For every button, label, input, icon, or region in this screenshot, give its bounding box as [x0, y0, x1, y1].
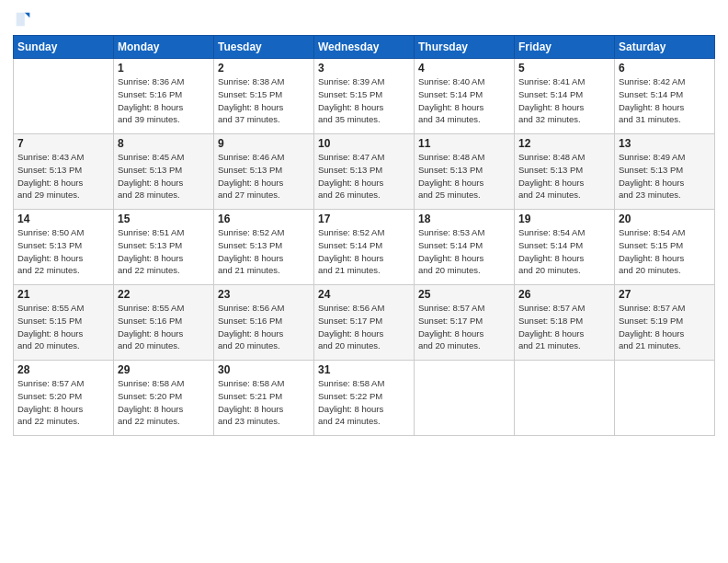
day-info: Sunrise: 8:51 AM Sunset: 5:13 PM Dayligh… [118, 226, 210, 277]
day-info: Sunrise: 8:57 AM Sunset: 5:19 PM Dayligh… [619, 302, 711, 352]
day-number: 2 [218, 62, 310, 75]
day-number: 26 [518, 288, 610, 301]
day-info: Sunrise: 8:39 AM Sunset: 5:15 PM Dayligh… [318, 75, 410, 126]
day-info: Sunrise: 8:53 AM Sunset: 5:14 PM Dayligh… [418, 226, 510, 277]
day-info: Sunrise: 8:48 AM Sunset: 5:13 PM Dayligh… [418, 151, 510, 201]
calendar-cell: 14Sunrise: 8:50 AM Sunset: 5:13 PM Dayli… [14, 210, 114, 285]
calendar-cell: 17Sunrise: 8:52 AM Sunset: 5:14 PM Dayli… [314, 210, 415, 285]
calendar-cell: 28Sunrise: 8:57 AM Sunset: 5:20 PM Dayli… [14, 361, 114, 436]
day-number: 21 [17, 288, 109, 301]
logo-icon [13, 9, 33, 29]
day-info: Sunrise: 8:55 AM Sunset: 5:15 PM Dayligh… [17, 302, 109, 352]
day-info: Sunrise: 8:45 AM Sunset: 5:13 PM Dayligh… [118, 151, 210, 201]
day-number: 14 [17, 213, 109, 225]
col-header-saturday: Saturday [615, 36, 715, 59]
calendar-table: SundayMondayTuesdayWednesdayThursdayFrid… [13, 35, 715, 436]
day-number: 16 [218, 213, 310, 225]
day-number: 10 [318, 137, 410, 150]
calendar-week-row: 14Sunrise: 8:50 AM Sunset: 5:13 PM Dayli… [14, 210, 715, 285]
day-number: 30 [218, 363, 310, 376]
day-info: Sunrise: 8:46 AM Sunset: 5:13 PM Dayligh… [218, 151, 310, 201]
logo [13, 9, 35, 29]
svg-rect-1 [17, 13, 25, 27]
day-info: Sunrise: 8:48 AM Sunset: 5:13 PM Dayligh… [518, 151, 610, 201]
day-number: 11 [418, 137, 510, 150]
calendar-cell: 3Sunrise: 8:39 AM Sunset: 5:15 PM Daylig… [314, 59, 415, 134]
calendar-cell: 30Sunrise: 8:58 AM Sunset: 5:21 PM Dayli… [214, 361, 314, 436]
calendar-week-row: 7Sunrise: 8:43 AM Sunset: 5:13 PM Daylig… [14, 134, 715, 210]
day-info: Sunrise: 8:58 AM Sunset: 5:21 PM Dayligh… [218, 377, 310, 428]
calendar-cell: 11Sunrise: 8:48 AM Sunset: 5:13 PM Dayli… [415, 134, 515, 210]
calendar-week-row: 1Sunrise: 8:36 AM Sunset: 5:16 PM Daylig… [14, 59, 715, 134]
calendar-cell: 20Sunrise: 8:54 AM Sunset: 5:15 PM Dayli… [615, 210, 715, 285]
day-info: Sunrise: 8:57 AM Sunset: 5:20 PM Dayligh… [17, 377, 109, 428]
calendar-cell [415, 361, 515, 436]
calendar-cell [14, 59, 114, 134]
day-number: 7 [17, 137, 109, 150]
day-number: 15 [118, 213, 210, 225]
day-number: 29 [118, 363, 210, 376]
calendar-cell: 12Sunrise: 8:48 AM Sunset: 5:13 PM Dayli… [515, 134, 615, 210]
calendar-cell: 16Sunrise: 8:52 AM Sunset: 5:13 PM Dayli… [214, 210, 314, 285]
day-info: Sunrise: 8:38 AM Sunset: 5:15 PM Dayligh… [218, 75, 310, 126]
day-number: 3 [318, 62, 410, 75]
day-number: 17 [318, 213, 410, 225]
calendar-cell: 23Sunrise: 8:56 AM Sunset: 5:16 PM Dayli… [214, 285, 314, 361]
calendar-cell: 7Sunrise: 8:43 AM Sunset: 5:13 PM Daylig… [14, 134, 114, 210]
day-info: Sunrise: 8:58 AM Sunset: 5:20 PM Dayligh… [118, 377, 210, 428]
calendar-cell: 19Sunrise: 8:54 AM Sunset: 5:14 PM Dayli… [515, 210, 615, 285]
calendar-cell: 10Sunrise: 8:47 AM Sunset: 5:13 PM Dayli… [314, 134, 415, 210]
svg-marker-0 [25, 13, 30, 18]
day-info: Sunrise: 8:57 AM Sunset: 5:18 PM Dayligh… [518, 302, 610, 352]
calendar-cell: 8Sunrise: 8:45 AM Sunset: 5:13 PM Daylig… [114, 134, 214, 210]
day-number: 6 [619, 62, 711, 75]
day-number: 8 [118, 137, 210, 150]
day-info: Sunrise: 8:54 AM Sunset: 5:15 PM Dayligh… [619, 226, 711, 277]
day-info: Sunrise: 8:49 AM Sunset: 5:13 PM Dayligh… [619, 151, 711, 201]
calendar-cell: 18Sunrise: 8:53 AM Sunset: 5:14 PM Dayli… [415, 210, 515, 285]
calendar-cell: 13Sunrise: 8:49 AM Sunset: 5:13 PM Dayli… [615, 134, 715, 210]
day-number: 24 [318, 288, 410, 301]
calendar-cell: 2Sunrise: 8:38 AM Sunset: 5:15 PM Daylig… [214, 59, 314, 134]
col-header-tuesday: Tuesday [214, 36, 314, 59]
day-info: Sunrise: 8:58 AM Sunset: 5:22 PM Dayligh… [318, 377, 410, 428]
day-number: 31 [318, 363, 410, 376]
day-number: 28 [17, 363, 109, 376]
calendar-week-row: 28Sunrise: 8:57 AM Sunset: 5:20 PM Dayli… [14, 361, 715, 436]
calendar-cell: 6Sunrise: 8:42 AM Sunset: 5:14 PM Daylig… [615, 59, 715, 134]
day-info: Sunrise: 8:50 AM Sunset: 5:13 PM Dayligh… [17, 226, 109, 277]
day-number: 27 [619, 288, 711, 301]
day-info: Sunrise: 8:52 AM Sunset: 5:13 PM Dayligh… [218, 226, 310, 277]
day-info: Sunrise: 8:41 AM Sunset: 5:14 PM Dayligh… [518, 75, 610, 126]
day-number: 1 [118, 62, 210, 75]
page-container: SundayMondayTuesdayWednesdayThursdayFrid… [0, 0, 728, 563]
calendar-cell: 22Sunrise: 8:55 AM Sunset: 5:16 PM Dayli… [114, 285, 214, 361]
day-info: Sunrise: 8:47 AM Sunset: 5:13 PM Dayligh… [318, 151, 410, 201]
day-info: Sunrise: 8:54 AM Sunset: 5:14 PM Dayligh… [518, 226, 610, 277]
day-info: Sunrise: 8:52 AM Sunset: 5:14 PM Dayligh… [318, 226, 410, 277]
day-number: 4 [418, 62, 510, 75]
calendar-cell: 25Sunrise: 8:57 AM Sunset: 5:17 PM Dayli… [415, 285, 515, 361]
col-header-sunday: Sunday [14, 36, 114, 59]
calendar-cell [615, 361, 715, 436]
day-info: Sunrise: 8:56 AM Sunset: 5:17 PM Dayligh… [318, 302, 410, 352]
day-info: Sunrise: 8:55 AM Sunset: 5:16 PM Dayligh… [118, 302, 210, 352]
day-number: 5 [518, 62, 610, 75]
day-number: 12 [518, 137, 610, 150]
day-info: Sunrise: 8:56 AM Sunset: 5:16 PM Dayligh… [218, 302, 310, 352]
calendar-header-row: SundayMondayTuesdayWednesdayThursdayFrid… [14, 36, 715, 59]
calendar-cell [515, 361, 615, 436]
col-header-wednesday: Wednesday [314, 36, 415, 59]
calendar-cell: 1Sunrise: 8:36 AM Sunset: 5:16 PM Daylig… [114, 59, 214, 134]
day-number: 20 [619, 213, 711, 225]
col-header-thursday: Thursday [415, 36, 515, 59]
calendar-cell: 21Sunrise: 8:55 AM Sunset: 5:15 PM Dayli… [14, 285, 114, 361]
day-number: 25 [418, 288, 510, 301]
header [13, 9, 715, 29]
day-info: Sunrise: 8:57 AM Sunset: 5:17 PM Dayligh… [418, 302, 510, 352]
day-number: 22 [118, 288, 210, 301]
day-number: 23 [218, 288, 310, 301]
calendar-body: 1Sunrise: 8:36 AM Sunset: 5:16 PM Daylig… [14, 59, 715, 436]
day-number: 18 [418, 213, 510, 225]
day-number: 13 [619, 137, 711, 150]
